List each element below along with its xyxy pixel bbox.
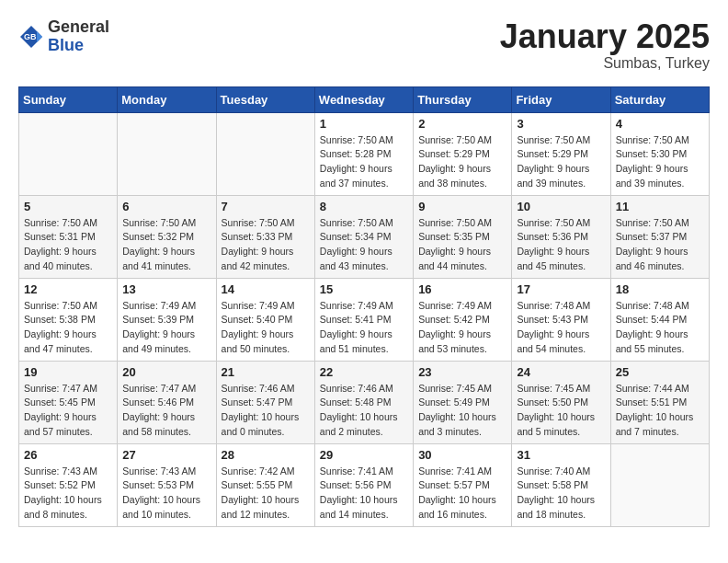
day-number: 16 (418, 282, 506, 296)
day-info: Sunrise: 7:49 AM Sunset: 5:42 PM Dayligh… (418, 299, 506, 357)
page-header: GB General Blue January 2025 Sumbas, Tur… (18, 18, 710, 72)
day-number: 23 (418, 365, 506, 379)
day-info: Sunrise: 7:41 AM Sunset: 5:56 PM Dayligh… (320, 465, 408, 523)
day-info: Sunrise: 7:49 AM Sunset: 5:39 PM Dayligh… (122, 299, 210, 357)
day-info: Sunrise: 7:44 AM Sunset: 5:51 PM Dayligh… (616, 382, 704, 440)
day-cell: 8Sunrise: 7:50 AM Sunset: 5:34 PM Daylig… (314, 195, 413, 278)
day-number: 17 (517, 282, 605, 296)
day-info: Sunrise: 7:40 AM Sunset: 5:58 PM Dayligh… (517, 465, 605, 523)
day-cell: 2Sunrise: 7:50 AM Sunset: 5:29 PM Daylig… (414, 112, 512, 195)
day-cell: 31Sunrise: 7:40 AM Sunset: 5:58 PM Dayli… (512, 443, 610, 526)
day-cell: 15Sunrise: 7:49 AM Sunset: 5:41 PM Dayli… (314, 278, 413, 361)
day-number: 1 (320, 117, 408, 131)
day-cell: 14Sunrise: 7:49 AM Sunset: 5:40 PM Dayli… (216, 278, 314, 361)
weekday-header-wednesday: Wednesday (314, 86, 413, 112)
day-cell: 30Sunrise: 7:41 AM Sunset: 5:57 PM Dayli… (414, 443, 512, 526)
month-title: January 2025 (500, 18, 710, 55)
day-info: Sunrise: 7:50 AM Sunset: 5:30 PM Dayligh… (616, 133, 704, 191)
day-number: 27 (122, 448, 210, 462)
day-cell: 23Sunrise: 7:45 AM Sunset: 5:49 PM Dayli… (414, 361, 512, 443)
day-cell: 22Sunrise: 7:46 AM Sunset: 5:48 PM Dayli… (314, 361, 413, 443)
day-number: 3 (517, 117, 605, 131)
location-subtitle: Sumbas, Turkey (500, 55, 710, 72)
day-number: 9 (418, 200, 506, 213)
week-row-3: 12Sunrise: 7:50 AM Sunset: 5:38 PM Dayli… (19, 278, 710, 361)
day-number: 20 (122, 365, 210, 379)
day-info: Sunrise: 7:48 AM Sunset: 5:44 PM Dayligh… (616, 299, 704, 357)
logo-blue-text: Blue (48, 37, 109, 55)
week-row-4: 19Sunrise: 7:47 AM Sunset: 5:45 PM Dayli… (19, 361, 710, 443)
day-number: 24 (517, 365, 605, 379)
day-info: Sunrise: 7:46 AM Sunset: 5:48 PM Dayligh… (320, 382, 408, 440)
day-cell: 5Sunrise: 7:50 AM Sunset: 5:31 PM Daylig… (19, 195, 118, 278)
day-cell: 24Sunrise: 7:45 AM Sunset: 5:50 PM Dayli… (512, 361, 610, 443)
logo: GB General Blue (18, 18, 109, 55)
day-cell: 27Sunrise: 7:43 AM Sunset: 5:53 PM Dayli… (118, 443, 216, 526)
svg-marker-1 (37, 31, 42, 42)
day-cell: 6Sunrise: 7:50 AM Sunset: 5:32 PM Daylig… (118, 195, 216, 278)
day-info: Sunrise: 7:47 AM Sunset: 5:45 PM Dayligh… (24, 382, 112, 440)
day-number: 11 (616, 200, 704, 213)
day-info: Sunrise: 7:50 AM Sunset: 5:35 PM Dayligh… (418, 216, 506, 274)
day-number: 29 (320, 448, 408, 462)
day-cell: 11Sunrise: 7:50 AM Sunset: 5:37 PM Dayli… (610, 195, 709, 278)
day-cell: 25Sunrise: 7:44 AM Sunset: 5:51 PM Dayli… (610, 361, 709, 443)
day-info: Sunrise: 7:41 AM Sunset: 5:57 PM Dayligh… (418, 465, 506, 523)
weekday-header-sunday: Sunday (19, 86, 118, 112)
day-info: Sunrise: 7:50 AM Sunset: 5:34 PM Dayligh… (320, 216, 408, 274)
weekday-header-thursday: Thursday (414, 86, 512, 112)
day-info: Sunrise: 7:50 AM Sunset: 5:36 PM Dayligh… (517, 216, 605, 274)
logo-general-text: General (48, 18, 109, 37)
weekday-header-saturday: Saturday (610, 86, 709, 112)
week-row-1: 1Sunrise: 7:50 AM Sunset: 5:28 PM Daylig… (19, 112, 710, 195)
day-number: 2 (418, 117, 506, 131)
day-cell: 10Sunrise: 7:50 AM Sunset: 5:36 PM Dayli… (512, 195, 610, 278)
day-info: Sunrise: 7:50 AM Sunset: 5:29 PM Dayligh… (517, 133, 605, 191)
day-cell (610, 443, 709, 526)
day-number: 7 (222, 200, 310, 213)
day-info: Sunrise: 7:50 AM Sunset: 5:31 PM Dayligh… (24, 216, 112, 274)
day-cell: 19Sunrise: 7:47 AM Sunset: 5:45 PM Dayli… (19, 361, 118, 443)
logo-icon: GB (18, 24, 44, 50)
weekday-header-monday: Monday (118, 86, 216, 112)
day-info: Sunrise: 7:45 AM Sunset: 5:49 PM Dayligh… (418, 382, 506, 440)
day-number: 28 (222, 448, 310, 462)
day-cell: 18Sunrise: 7:48 AM Sunset: 5:44 PM Dayli… (610, 278, 709, 361)
day-cell: 26Sunrise: 7:43 AM Sunset: 5:52 PM Dayli… (19, 443, 118, 526)
day-info: Sunrise: 7:43 AM Sunset: 5:52 PM Dayligh… (24, 465, 112, 523)
day-number: 18 (616, 282, 704, 296)
day-info: Sunrise: 7:43 AM Sunset: 5:53 PM Dayligh… (122, 465, 210, 523)
week-row-5: 26Sunrise: 7:43 AM Sunset: 5:52 PM Dayli… (19, 443, 710, 526)
day-cell (118, 112, 216, 195)
day-number: 5 (24, 200, 112, 213)
day-cell: 29Sunrise: 7:41 AM Sunset: 5:56 PM Dayli… (314, 443, 413, 526)
day-number: 26 (24, 448, 112, 462)
day-number: 6 (122, 200, 210, 213)
day-cell: 7Sunrise: 7:50 AM Sunset: 5:33 PM Daylig… (216, 195, 314, 278)
day-info: Sunrise: 7:47 AM Sunset: 5:46 PM Dayligh… (122, 382, 210, 440)
day-cell (216, 112, 314, 195)
day-number: 31 (517, 448, 605, 462)
day-cell: 21Sunrise: 7:46 AM Sunset: 5:47 PM Dayli… (216, 361, 314, 443)
day-number: 4 (616, 117, 704, 131)
day-cell: 13Sunrise: 7:49 AM Sunset: 5:39 PM Dayli… (118, 278, 216, 361)
day-number: 25 (616, 365, 704, 379)
day-info: Sunrise: 7:50 AM Sunset: 5:28 PM Dayligh… (320, 133, 408, 191)
day-cell: 4Sunrise: 7:50 AM Sunset: 5:30 PM Daylig… (610, 112, 709, 195)
day-cell: 1Sunrise: 7:50 AM Sunset: 5:28 PM Daylig… (314, 112, 413, 195)
day-number: 15 (320, 282, 408, 296)
logo-text: General Blue (48, 18, 109, 55)
day-number: 10 (517, 200, 605, 213)
calendar-table: SundayMondayTuesdayWednesdayThursdayFrid… (18, 86, 710, 527)
day-cell: 20Sunrise: 7:47 AM Sunset: 5:46 PM Dayli… (118, 361, 216, 443)
day-cell: 12Sunrise: 7:50 AM Sunset: 5:38 PM Dayli… (19, 278, 118, 361)
day-cell: 3Sunrise: 7:50 AM Sunset: 5:29 PM Daylig… (512, 112, 610, 195)
day-cell: 16Sunrise: 7:49 AM Sunset: 5:42 PM Dayli… (414, 278, 512, 361)
day-info: Sunrise: 7:50 AM Sunset: 5:38 PM Dayligh… (24, 299, 112, 357)
day-number: 14 (222, 282, 310, 296)
week-row-2: 5Sunrise: 7:50 AM Sunset: 5:31 PM Daylig… (19, 195, 710, 278)
day-info: Sunrise: 7:48 AM Sunset: 5:43 PM Dayligh… (517, 299, 605, 357)
day-info: Sunrise: 7:49 AM Sunset: 5:40 PM Dayligh… (222, 299, 310, 357)
day-number: 13 (122, 282, 210, 296)
day-info: Sunrise: 7:49 AM Sunset: 5:41 PM Dayligh… (320, 299, 408, 357)
